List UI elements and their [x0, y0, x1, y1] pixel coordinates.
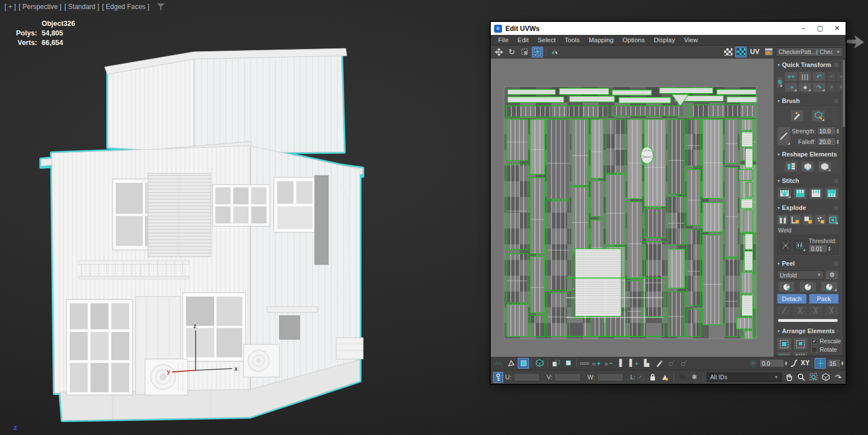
texture-list-dropdown[interactable]: CheckerPatt...( Checker ) ▼ — [776, 47, 843, 57]
distribute-v2-button[interactable]: 8 — [837, 82, 842, 92]
threshold-value[interactable]: 0.01 — [808, 244, 828, 253]
soft-selection-value[interactable]: 0.0 — [760, 359, 784, 367]
paint-select-icon[interactable] — [653, 358, 664, 369]
grow-loop-icon[interactable]: ▌+ — [629, 358, 640, 369]
align-vertical-button[interactable]: ||| — [798, 71, 812, 82]
pan-icon[interactable] — [784, 372, 794, 383]
rotate-checkbox[interactable] — [811, 347, 817, 353]
move-selected-button[interactable]: ⊕ — [777, 77, 783, 88]
rollout-header[interactable]: ▾Arrange Elements — [776, 326, 840, 336]
shrink-selection-icon[interactable]: ▫－ — [604, 358, 615, 369]
peel-reset-button[interactable]: ⚙ — [825, 270, 839, 280]
quick-peel-button[interactable] — [778, 281, 795, 292]
menu-item[interactable]: Select — [534, 35, 559, 44]
pack-together-button[interactable] — [793, 338, 808, 350]
flatten-custom-button[interactable] — [828, 214, 839, 225]
filter-funnel-icon[interactable] — [156, 3, 165, 11]
straighten-selection-button[interactable] — [784, 161, 798, 172]
menu-item[interactable]: Display — [650, 35, 679, 44]
threshold-spinner[interactable]: 0.01 ▲▼ — [808, 244, 837, 253]
paint-shrink-icon[interactable] — [678, 358, 689, 369]
move-tool-icon[interactable] — [493, 47, 504, 57]
stitch-average-button[interactable] — [809, 187, 823, 199]
snap-icon[interactable] — [660, 372, 670, 383]
falloff-curve-icon[interactable] — [788, 358, 799, 369]
stitch-source-button[interactable] — [793, 187, 807, 199]
material-id-dropdown[interactable]: All IDs ▼ — [707, 373, 781, 382]
house-model[interactable]: z x y — [25, 42, 374, 435]
viewport-menu-shading[interactable]: [ Edged Faces ] — [102, 3, 149, 11]
stitch-custom-button[interactable] — [777, 187, 792, 199]
lock-aspect-checkbox[interactable]: ✓ — [638, 374, 643, 380]
align-horizontal-button[interactable]: ✛✛ — [784, 71, 798, 82]
rotate-ccw-button[interactable]: ↶ — [812, 71, 826, 82]
flatten-by-angle-button[interactable] — [789, 214, 801, 225]
weld-selected-button[interactable] — [779, 239, 792, 252]
convert-edge-to-seam-button[interactable]: ╳ — [808, 306, 823, 315]
pan-to-selection-icon[interactable]: ↷ — [833, 372, 843, 383]
relax-until-flat-button[interactable] — [801, 161, 815, 172]
menu-item[interactable]: File — [494, 35, 513, 44]
mirror-axis-value[interactable]: 16 — [827, 359, 840, 367]
distribute-h2-button[interactable]: ∞ — [837, 71, 842, 82]
viewport-menu-render-preset[interactable]: [ Standard ] — [64, 3, 99, 11]
u-input[interactable] — [514, 373, 540, 382]
strength-spinner[interactable]: 10.0 ▲▼ — [817, 127, 839, 135]
select-edge-row-icon[interactable]: ▫▫▫ — [579, 358, 590, 369]
uv-space-label[interactable]: UV — [748, 48, 761, 56]
filter-oval-icon[interactable] — [677, 372, 688, 383]
rollout-header[interactable]: ▾Reshape Elements — [776, 150, 840, 159]
absolute-offset-toggle-icon[interactable] — [493, 372, 503, 383]
break-button[interactable] — [777, 214, 788, 225]
move-brush-button[interactable] — [790, 110, 804, 122]
uv-editor-canvas[interactable] — [491, 59, 774, 356]
panel-scrollbar[interactable] — [842, 59, 846, 356]
select-loop-icon[interactable]: ▌ — [616, 358, 627, 369]
rollout-header[interactable]: ▾Explode — [776, 203, 840, 213]
menu-item[interactable]: View — [680, 35, 702, 44]
planar-angle-icon[interactable] — [550, 358, 562, 369]
zoom-icon[interactable] — [797, 372, 807, 383]
menu-item[interactable]: Tools — [560, 35, 584, 44]
stitch-target-button[interactable] — [825, 187, 839, 199]
rotate-cw-button[interactable]: ↷ — [812, 82, 826, 92]
menu-item[interactable]: Options — [618, 35, 649, 44]
soft-selection-icon[interactable] — [747, 358, 758, 369]
relax-brush-button[interactable] — [812, 110, 825, 122]
lock-selection-icon[interactable] — [648, 372, 658, 383]
rescale-elements-button[interactable] — [793, 352, 808, 356]
align-to-edge-button[interactable]: ⁚✛ — [784, 82, 798, 92]
viewport-menu-general[interactable]: [ + ] — [4, 3, 16, 11]
falloff-space-label[interactable]: XY — [801, 359, 810, 367]
distribute-v-button[interactable]: 8 — [827, 82, 836, 92]
paint-grow-icon[interactable] — [666, 358, 677, 369]
mirror-tool-icon[interactable] — [549, 47, 560, 57]
space-elements-button[interactable]: ◈ — [798, 82, 812, 92]
expand-to-seams-button[interactable]: ╳ — [824, 306, 839, 315]
scale-tool-icon[interactable] — [519, 47, 530, 57]
checker-tiling-icon[interactable] — [735, 47, 747, 57]
pack-full-button[interactable] — [777, 352, 792, 356]
falloff-spinner[interactable]: 20.0 ▲▼ — [817, 137, 839, 146]
menu-item[interactable]: Edit — [514, 35, 533, 44]
freeform-mode-icon[interactable] — [532, 47, 543, 57]
show-map-icon[interactable] — [722, 47, 734, 57]
texture-options-icon[interactable] — [763, 47, 774, 57]
zoom-extents-icon[interactable] — [821, 372, 831, 383]
zoom-region-icon[interactable] — [808, 372, 819, 383]
maximize-button[interactable]: ▢ — [812, 22, 829, 35]
detach-button[interactable]: Detach — [777, 294, 807, 304]
brush-options-button[interactable] — [777, 127, 791, 146]
rollout-header[interactable]: ▾Peel — [776, 259, 840, 268]
distribute-h-button[interactable]: ∞ — [827, 71, 836, 82]
minimize-button[interactable]: – — [795, 22, 812, 35]
vertex-mode-icon[interactable]: ∴∴ — [493, 358, 504, 369]
pelt-map-button[interactable] — [821, 281, 838, 292]
rollout-header[interactable]: ▾Quick Transform — [776, 60, 840, 70]
flatten-by-group-button[interactable] — [802, 214, 813, 225]
mirror-gizmo-icon[interactable] — [815, 358, 826, 369]
soft-selection-spinner[interactable]: 0.0 ▲▼ — [760, 359, 787, 367]
pack-normalize-button[interactable] — [777, 338, 792, 350]
edge-mode-icon[interactable] — [505, 358, 517, 369]
peel-mode-button[interactable] — [799, 281, 816, 292]
